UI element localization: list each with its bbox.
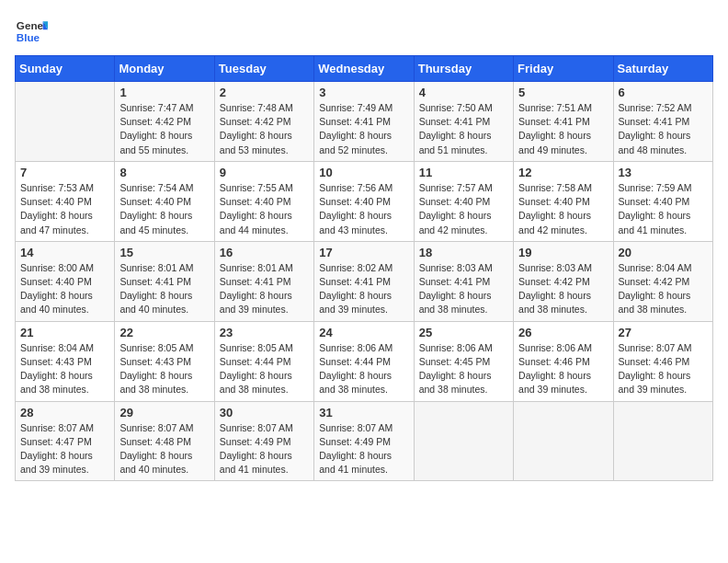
calendar-cell: 21Sunrise: 8:04 AM Sunset: 4:43 PM Dayli… bbox=[16, 321, 115, 401]
day-number: 22 bbox=[119, 326, 209, 339]
logo-icon: General Blue bbox=[15, 15, 48, 48]
day-number: 23 bbox=[220, 326, 309, 339]
day-number: 27 bbox=[619, 326, 708, 339]
day-info: Sunrise: 7:48 AM Sunset: 4:42 PM Dayligh… bbox=[220, 101, 309, 157]
day-info: Sunrise: 7:49 AM Sunset: 4:41 PM Dayligh… bbox=[319, 101, 408, 157]
weekday-header: Wednesday bbox=[314, 56, 414, 82]
day-info: Sunrise: 8:07 AM Sunset: 4:46 PM Dayligh… bbox=[619, 341, 708, 397]
day-number: 30 bbox=[220, 406, 309, 419]
day-info: Sunrise: 8:07 AM Sunset: 4:48 PM Dayligh… bbox=[119, 421, 209, 477]
day-info: Sunrise: 8:01 AM Sunset: 4:41 PM Dayligh… bbox=[119, 261, 209, 317]
day-number: 25 bbox=[419, 326, 508, 339]
day-number: 15 bbox=[119, 246, 209, 259]
day-info: Sunrise: 7:56 AM Sunset: 4:40 PM Dayligh… bbox=[319, 181, 408, 237]
day-info: Sunrise: 7:57 AM Sunset: 4:40 PM Dayligh… bbox=[419, 181, 508, 237]
calendar-cell: 30Sunrise: 8:07 AM Sunset: 4:49 PM Dayli… bbox=[214, 401, 313, 481]
day-info: Sunrise: 8:04 AM Sunset: 4:43 PM Dayligh… bbox=[20, 341, 109, 397]
calendar-cell: 13Sunrise: 7:59 AM Sunset: 4:40 PM Dayli… bbox=[613, 161, 712, 241]
calendar-table: SundayMondayTuesdayWednesdayThursdayFrid… bbox=[15, 55, 713, 481]
day-number: 7 bbox=[20, 166, 109, 179]
day-info: Sunrise: 8:03 AM Sunset: 4:42 PM Dayligh… bbox=[518, 261, 608, 317]
svg-text:Blue: Blue bbox=[17, 31, 40, 43]
day-number: 10 bbox=[319, 166, 408, 179]
calendar-week-row: 21Sunrise: 8:04 AM Sunset: 4:43 PM Dayli… bbox=[16, 321, 713, 401]
day-info: Sunrise: 7:50 AM Sunset: 4:41 PM Dayligh… bbox=[419, 101, 508, 157]
day-info: Sunrise: 8:06 AM Sunset: 4:46 PM Dayligh… bbox=[518, 341, 608, 397]
calendar-cell: 26Sunrise: 8:06 AM Sunset: 4:46 PM Dayli… bbox=[514, 321, 613, 401]
calendar-cell: 15Sunrise: 8:01 AM Sunset: 4:41 PM Dayli… bbox=[115, 241, 214, 321]
calendar-cell: 23Sunrise: 8:05 AM Sunset: 4:44 PM Dayli… bbox=[214, 321, 313, 401]
day-number: 18 bbox=[419, 246, 508, 259]
day-number: 11 bbox=[419, 166, 508, 179]
day-number: 21 bbox=[20, 326, 109, 339]
calendar-cell: 5Sunrise: 7:51 AM Sunset: 4:41 PM Daylig… bbox=[514, 82, 613, 162]
day-info: Sunrise: 8:00 AM Sunset: 4:40 PM Dayligh… bbox=[20, 261, 109, 317]
calendar-cell bbox=[514, 401, 613, 481]
calendar-cell: 18Sunrise: 8:03 AM Sunset: 4:41 PM Dayli… bbox=[414, 241, 513, 321]
calendar-cell: 17Sunrise: 8:02 AM Sunset: 4:41 PM Dayli… bbox=[314, 241, 414, 321]
weekday-header: Sunday bbox=[16, 56, 115, 82]
calendar-cell: 12Sunrise: 7:58 AM Sunset: 4:40 PM Dayli… bbox=[514, 161, 613, 241]
day-info: Sunrise: 7:54 AM Sunset: 4:40 PM Dayligh… bbox=[119, 181, 209, 237]
calendar-cell bbox=[613, 401, 712, 481]
day-info: Sunrise: 7:58 AM Sunset: 4:40 PM Dayligh… bbox=[518, 181, 608, 237]
weekday-header: Friday bbox=[514, 56, 613, 82]
calendar-cell: 8Sunrise: 7:54 AM Sunset: 4:40 PM Daylig… bbox=[115, 161, 214, 241]
calendar-header: SundayMondayTuesdayWednesdayThursdayFrid… bbox=[16, 56, 713, 82]
calendar-body: 1Sunrise: 7:47 AM Sunset: 4:42 PM Daylig… bbox=[16, 82, 713, 481]
calendar-cell: 11Sunrise: 7:57 AM Sunset: 4:40 PM Dayli… bbox=[414, 161, 513, 241]
day-number: 31 bbox=[319, 406, 408, 419]
day-number: 4 bbox=[419, 86, 508, 99]
day-number: 2 bbox=[220, 86, 309, 99]
page-header: General Blue bbox=[15, 15, 713, 48]
day-info: Sunrise: 8:06 AM Sunset: 4:45 PM Dayligh… bbox=[419, 341, 508, 397]
day-info: Sunrise: 7:52 AM Sunset: 4:41 PM Dayligh… bbox=[619, 101, 708, 157]
day-info: Sunrise: 8:05 AM Sunset: 4:44 PM Dayligh… bbox=[220, 341, 309, 397]
weekday-header: Thursday bbox=[414, 56, 513, 82]
day-number: 29 bbox=[119, 406, 209, 419]
day-number: 13 bbox=[619, 166, 708, 179]
day-number: 3 bbox=[319, 86, 408, 99]
day-number: 9 bbox=[220, 166, 309, 179]
day-number: 8 bbox=[119, 166, 209, 179]
weekday-header: Tuesday bbox=[214, 56, 313, 82]
day-info: Sunrise: 8:06 AM Sunset: 4:44 PM Dayligh… bbox=[319, 341, 408, 397]
day-number: 1 bbox=[119, 86, 209, 99]
calendar-cell: 9Sunrise: 7:55 AM Sunset: 4:40 PM Daylig… bbox=[214, 161, 313, 241]
day-number: 28 bbox=[20, 406, 109, 419]
day-number: 6 bbox=[619, 86, 708, 99]
day-number: 16 bbox=[220, 246, 309, 259]
calendar-cell: 10Sunrise: 7:56 AM Sunset: 4:40 PM Dayli… bbox=[314, 161, 414, 241]
calendar-week-row: 14Sunrise: 8:00 AM Sunset: 4:40 PM Dayli… bbox=[16, 241, 713, 321]
calendar-cell bbox=[414, 401, 513, 481]
calendar-cell: 29Sunrise: 8:07 AM Sunset: 4:48 PM Dayli… bbox=[115, 401, 214, 481]
day-info: Sunrise: 8:02 AM Sunset: 4:41 PM Dayligh… bbox=[319, 261, 408, 317]
calendar-cell: 25Sunrise: 8:06 AM Sunset: 4:45 PM Dayli… bbox=[414, 321, 513, 401]
day-number: 12 bbox=[518, 166, 608, 179]
calendar-cell: 1Sunrise: 7:47 AM Sunset: 4:42 PM Daylig… bbox=[115, 82, 214, 162]
calendar-cell: 28Sunrise: 8:07 AM Sunset: 4:47 PM Dayli… bbox=[16, 401, 115, 481]
day-number: 5 bbox=[518, 86, 608, 99]
day-info: Sunrise: 7:53 AM Sunset: 4:40 PM Dayligh… bbox=[20, 181, 109, 237]
day-info: Sunrise: 8:05 AM Sunset: 4:43 PM Dayligh… bbox=[119, 341, 209, 397]
day-number: 20 bbox=[619, 246, 708, 259]
calendar-cell: 6Sunrise: 7:52 AM Sunset: 4:41 PM Daylig… bbox=[613, 82, 712, 162]
calendar-cell: 22Sunrise: 8:05 AM Sunset: 4:43 PM Dayli… bbox=[115, 321, 214, 401]
calendar-week-row: 28Sunrise: 8:07 AM Sunset: 4:47 PM Dayli… bbox=[16, 401, 713, 481]
day-info: Sunrise: 8:07 AM Sunset: 4:47 PM Dayligh… bbox=[20, 421, 109, 477]
logo: General Blue bbox=[15, 15, 48, 48]
calendar-cell: 19Sunrise: 8:03 AM Sunset: 4:42 PM Dayli… bbox=[514, 241, 613, 321]
weekday-header: Saturday bbox=[613, 56, 712, 82]
calendar-cell: 3Sunrise: 7:49 AM Sunset: 4:41 PM Daylig… bbox=[314, 82, 414, 162]
calendar-cell: 4Sunrise: 7:50 AM Sunset: 4:41 PM Daylig… bbox=[414, 82, 513, 162]
day-number: 24 bbox=[319, 326, 408, 339]
day-number: 26 bbox=[518, 326, 608, 339]
calendar-cell: 14Sunrise: 8:00 AM Sunset: 4:40 PM Dayli… bbox=[16, 241, 115, 321]
day-info: Sunrise: 8:07 AM Sunset: 4:49 PM Dayligh… bbox=[220, 421, 309, 477]
calendar-cell: 24Sunrise: 8:06 AM Sunset: 4:44 PM Dayli… bbox=[314, 321, 414, 401]
day-number: 19 bbox=[518, 246, 608, 259]
day-info: Sunrise: 8:07 AM Sunset: 4:49 PM Dayligh… bbox=[319, 421, 408, 477]
calendar-week-row: 7Sunrise: 7:53 AM Sunset: 4:40 PM Daylig… bbox=[16, 161, 713, 241]
day-info: Sunrise: 7:51 AM Sunset: 4:41 PM Dayligh… bbox=[518, 101, 608, 157]
day-info: Sunrise: 8:03 AM Sunset: 4:41 PM Dayligh… bbox=[419, 261, 508, 317]
